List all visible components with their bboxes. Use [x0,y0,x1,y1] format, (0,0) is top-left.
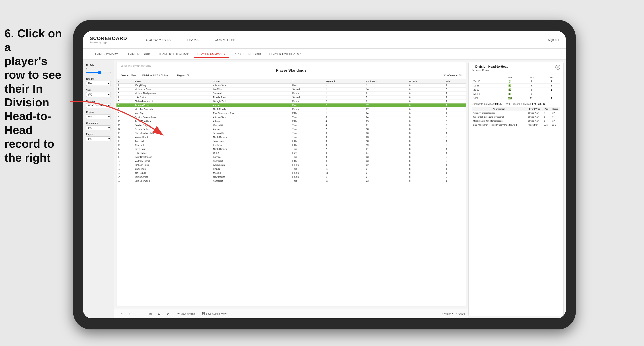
cell-reg: 2 [324,147,365,151]
tourn-col-pos: Pos [542,107,550,111]
cell-yr: First [291,151,324,155]
standings-title: Player Standings [121,68,462,73]
cell-reg: 6 [324,163,365,167]
table-row[interactable]: 5 Christo Lamprecht Georgia Tech Fourth … [116,100,466,103]
nav-teams[interactable]: TEAMS [183,36,202,43]
no-rds-slider[interactable]: 6 [86,67,111,75]
center-panel: Update time: 27/03/2024 16:56:26 Player … [114,60,468,318]
logo-area: SCOREBOARD Powered by clippi [90,36,127,44]
table-row[interactable]: 4 Luke Claton Florida State Second 1 7 8… [116,96,466,100]
cell-yr: Fourth [291,100,324,103]
table-row[interactable]: 8 Mats Ege East Tennessee State Fifth 1 … [116,111,466,115]
cell-reg: 1 [324,107,365,111]
table-row[interactable]: 22 Ian Gilligan Florida Third 10 24 8 1 [116,167,466,171]
table-row[interactable]: 6 Jackson Koivun Auburn First 2 17 8 1 [116,103,466,107]
cell-rds: 8 [408,147,445,151]
year-select[interactable]: (All) [86,92,111,97]
table-row[interactable]: 20 Matthew Riedel Vanderbilt Fifth 4 23 … [116,159,466,163]
cell-yr: First [291,103,324,107]
tourn-pos: 2 [542,115,550,119]
rank-cell-label: 26-50 [472,88,500,92]
update-time: Update time: 27/03/2024 16:56:26 [121,65,462,67]
table-row[interactable]: 17 David Ford North Carolina Third 2 21 … [116,147,466,151]
table-row[interactable]: 11 Gordon Sargent Vanderbilt Third 4 21 … [116,123,466,127]
table-row[interactable]: 12 Brendan Valles Auburn Third 7 18 8 0 [116,127,466,131]
table-row[interactable]: 25 Cole Sherwood Vanderbilt Third 12 23 … [116,179,466,183]
table-row[interactable]: 24 Bastien Amat New Mexico Fourth 1 27 8… [116,175,466,179]
table-row[interactable]: 9 Preston Summerhays Arizona State Third… [116,115,466,119]
cell-win: 2 [445,111,466,115]
cell-num: 19 [116,155,133,159]
cell-conf: 19 [365,143,408,147]
cell-num: 14 [116,135,133,139]
cell-num: 20 [116,159,133,163]
cell-player: Taehoon Song [133,163,212,167]
view-original-btn[interactable]: 👁 View: Original [177,312,196,315]
table-row[interactable]: 21 Taehoon Song Washington Fourth 6 22 8… [116,163,466,167]
nav-committee[interactable]: COMMITTEE [211,36,239,43]
cell-rds: 8 [408,107,445,111]
cell-rds: 8 [408,155,445,159]
cell-school: Arizona [212,155,291,159]
cell-num: 18 [116,151,133,155]
crop-button[interactable]: ⊞ [148,311,154,316]
tab-team-summary[interactable]: TEAM SUMMARY [90,51,122,57]
table-row[interactable]: 14 Maxwell Ford North Carolina Third 3 2… [116,135,466,139]
tab-team-h2h-heatmap[interactable]: TEAM H2H HEATMAP [155,51,193,57]
table-row[interactable]: 2 Michael La Sasso Ole Miss Second 1 10 … [116,88,466,92]
refresh-button[interactable]: ↻ [164,311,171,316]
no-rds-range[interactable] [86,71,111,74]
save-custom-btn[interactable]: 💾 Save Custom View [202,312,226,315]
table-row[interactable]: 3 Michael Thorbjornsen Stanford Fourth 1… [116,92,466,96]
toolbar-right: 👁 Watch ▾ ↗ Share [441,312,465,315]
table-row[interactable]: 16 Alex Goff Kentucky Fifth 8 19 8 0 [116,143,466,147]
undo-button[interactable]: ↩ [118,311,124,316]
table-row[interactable]: 13 Phichaksn Maichon Texas A&M Third 6 3… [116,131,466,135]
h2h-content: Win Loss Tie Top 10 8 3 2 11-25 20 9 5 2… [468,73,564,316]
col-num: # [116,79,133,84]
tab-player-summary[interactable]: PLAYER SUMMARY [194,50,229,58]
instruction-text: 6. Click on a player's row to see their … [0,22,69,169]
region-select[interactable]: N/a [86,114,111,119]
cell-conf: 7 [365,96,408,100]
cell-school: New Mexico [212,175,291,179]
cell-rds: 8 [408,167,445,171]
cell-player: Michael La Sasso [133,88,212,92]
conference-select[interactable]: (All) [86,125,111,130]
table-row[interactable]: 7 Nicholas Gabrelcik North Florida Fourt… [116,107,466,111]
cell-conf: 22 [365,163,408,167]
cell-player: Luke Powell [133,151,212,155]
cell-player: Christo Lamprecht [133,100,212,103]
forward-button[interactable]: → [134,311,141,316]
tab-team-h2h-grid[interactable]: TEAM H2H GRID [123,51,154,57]
cell-rds: 8 [408,111,445,115]
tab-player-h2h-grid[interactable]: PLAYER H2H GRID [230,51,265,57]
cell-rds: 8 [408,100,445,103]
table-row[interactable]: 23 Jack Lundin Missouri Fourth 11 24 8 1 [116,171,466,175]
table-row[interactable]: 19 Tiger Christensen Arizona Third 8 23 … [116,155,466,159]
table-row[interactable]: 1 Wenyi Ding Arizona State First 1 1 8 1 [116,84,466,88]
cell-player: Tiger Christensen [133,155,212,159]
cell-win: 2 [445,155,466,159]
share-btn[interactable]: ↗ Share [456,312,465,315]
table-row[interactable]: 10 Jacob Mou-Olesen Arkansas Fifth 4 25 … [116,119,466,123]
conference-label: Conference [86,122,111,125]
cell-yr: Third [291,167,324,171]
redo-button[interactable]: ↪ [126,311,132,316]
table-row[interactable]: 15 Jake Hall Tennessee Fifth 3 18 8 1 [116,139,466,143]
h2h-opponents: Opponents in division: 98.1% [472,103,502,105]
tab-player-h2h-heatmap[interactable]: PLAYER H2H HEATMAP [266,51,307,57]
table-row[interactable]: 18 Luke Powell UCLA First 4 24 8 1 [116,151,466,155]
nav-tournaments[interactable]: TOURNAMENTS [140,36,174,43]
gender-select[interactable]: Men [86,81,111,86]
settings-button[interactable]: ⚙ [156,311,162,316]
h2h-close-button[interactable]: ✕ [556,65,560,70]
cell-conf: 24 [365,151,408,155]
player-select[interactable]: (All) [86,136,111,141]
rank-cell-tie: 2 [542,79,560,84]
cell-reg: 11 [324,171,365,175]
watch-btn[interactable]: 👁 Watch ▾ [441,312,453,315]
cell-rds: 8 [408,175,445,179]
sign-out-link[interactable]: Sign out [548,38,559,41]
division-select[interactable]: NCAA Division I [86,103,111,108]
